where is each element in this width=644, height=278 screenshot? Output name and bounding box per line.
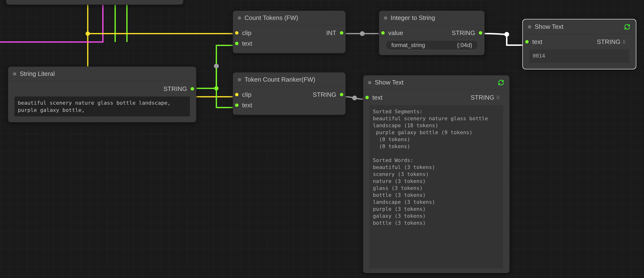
- node-show-text-main[interactable]: Show Text text STRING⠿ Sorted Segments: …: [363, 75, 510, 273]
- node-header[interactable]: Show Text: [523, 20, 636, 34]
- input-label-text: text: [242, 102, 252, 109]
- output-port-string[interactable]: [630, 40, 634, 43]
- svg-point-3: [214, 86, 218, 90]
- input-label-clip: clip: [242, 91, 252, 98]
- input-port-clip[interactable]: [235, 31, 238, 34]
- input-port-text[interactable]: [525, 40, 528, 43]
- collapse-dot-icon[interactable]: [238, 78, 241, 81]
- refresh-icon[interactable]: [624, 24, 631, 30]
- output-type-label: STRING⠿: [597, 38, 626, 46]
- node-header[interactable]: Count Tokens (FW): [233, 11, 346, 25]
- node-partial-top[interactable]: [6, 0, 184, 5]
- collapse-dot-icon[interactable]: [368, 81, 372, 84]
- field-value: {:04d}: [457, 42, 472, 48]
- show-text-output: 0014: [529, 49, 629, 63]
- svg-point-5: [504, 32, 509, 37]
- output-port-string[interactable]: [340, 93, 343, 96]
- output-port-int[interactable]: [340, 31, 343, 34]
- svg-point-2: [214, 64, 219, 68]
- output-type-label: INT: [326, 29, 336, 37]
- node-title: String Literal: [20, 70, 191, 77]
- input-label-text: text: [242, 40, 252, 47]
- node-title: Token Count Ranker(FW): [244, 76, 341, 83]
- output-type-label: STRING: [164, 85, 187, 93]
- string-literal-text-input[interactable]: beautiful scenery nature glass bottle la…: [14, 96, 190, 116]
- node-title: Integer to String: [391, 14, 480, 22]
- collapse-dot-icon[interactable]: [384, 16, 387, 20]
- node-show-text-small[interactable]: Show Text text STRING⠿ 0014: [523, 19, 636, 69]
- node-string-literal[interactable]: String Literal STRING beautiful scenery …: [8, 66, 196, 122]
- input-port-clip[interactable]: [235, 93, 238, 96]
- node-header[interactable]: String Literal: [8, 67, 196, 81]
- collapse-dot-icon[interactable]: [13, 72, 16, 76]
- grip-icon: ⠿: [496, 95, 500, 101]
- input-port-text[interactable]: [235, 103, 238, 107]
- node-header[interactable]: Token Count Ranker(FW): [233, 72, 346, 87]
- node-title: Show Text: [375, 79, 494, 86]
- svg-point-0: [86, 31, 90, 36]
- output-type-label: STRING: [313, 91, 336, 98]
- input-label-clip: clip: [242, 29, 252, 37]
- input-port-text[interactable]: [235, 42, 238, 45]
- input-port-value[interactable]: [381, 31, 384, 34]
- format-string-field[interactable]: format_string {:04d}: [385, 40, 478, 50]
- output-type-label: STRING: [452, 29, 475, 37]
- collapse-dot-icon[interactable]: [528, 25, 531, 28]
- svg-point-4: [360, 31, 365, 36]
- input-label-value: value: [388, 29, 403, 37]
- node-integer-to-string[interactable]: Integer to String value STRING format_st…: [379, 10, 484, 55]
- field-label: format_string: [391, 42, 425, 48]
- node-header[interactable]: Integer to String: [379, 11, 484, 25]
- output-port-string[interactable]: [479, 31, 482, 34]
- show-text-output: Sorted Segments: beautiful scenery natur…: [370, 105, 503, 269]
- input-label-text: text: [372, 94, 382, 101]
- input-label-text: text: [532, 38, 542, 46]
- collapse-dot-icon[interactable]: [238, 16, 241, 20]
- grip-icon: ⠿: [622, 39, 626, 45]
- refresh-icon[interactable]: [497, 79, 504, 86]
- node-header[interactable]: Show Text: [363, 75, 510, 90]
- output-type-label: STRING⠿: [471, 94, 500, 101]
- node-token-count-ranker[interactable]: Token Count Ranker(FW) clip STRING text: [233, 72, 346, 115]
- node-title: Count Tokens (FW): [244, 14, 341, 22]
- svg-point-6: [352, 96, 357, 100]
- node-title: Show Text: [534, 23, 620, 30]
- output-port-string[interactable]: [504, 96, 507, 99]
- output-port-string[interactable]: [191, 87, 194, 90]
- node-count-tokens[interactable]: Count Tokens (FW) clip INT text: [233, 10, 346, 53]
- input-port-text[interactable]: [366, 96, 369, 99]
- node-graph-canvas[interactable]: String Literal STRING beautiful scenery …: [0, 0, 644, 278]
